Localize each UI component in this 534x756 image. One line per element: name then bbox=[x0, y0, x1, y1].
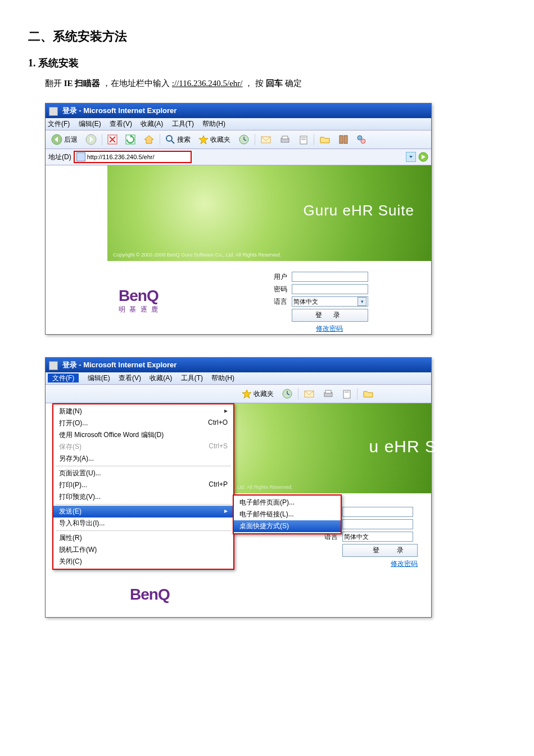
edit-button[interactable] bbox=[296, 133, 311, 146]
toolbar-sep bbox=[357, 388, 357, 399]
banner-copyright: Copyright © 2002-2009 BenQ Guru Software… bbox=[113, 252, 281, 258]
print-button[interactable] bbox=[277, 133, 293, 146]
menu-view[interactable]: 查看(V) bbox=[119, 374, 141, 382]
svg-rect-21 bbox=[325, 390, 331, 393]
menu-fav[interactable]: 收藏(A) bbox=[150, 374, 172, 382]
menu-file[interactable]: 文件(F) bbox=[48, 120, 70, 128]
menu-close[interactable]: 关闭(C) bbox=[53, 556, 233, 568]
back-label: 后退 bbox=[64, 135, 78, 145]
back-button[interactable]: 后退 bbox=[48, 132, 80, 147]
page-icon bbox=[76, 152, 85, 161]
menu-print[interactable]: 打印(P)...Ctrl+P bbox=[53, 479, 233, 491]
menu-fav[interactable]: 收藏(A) bbox=[141, 120, 163, 128]
print-button[interactable] bbox=[320, 387, 337, 400]
instr-mid2: ， 按 bbox=[245, 79, 266, 88]
history-button[interactable] bbox=[236, 132, 252, 147]
menu-properties[interactable]: 属性(R) bbox=[53, 532, 233, 544]
lang-label: 语言 bbox=[265, 297, 287, 307]
menubar[interactable]: 文件(F) 编辑(E) 查看(V) 收藏(A) 工具(T) 帮助(H) bbox=[46, 372, 431, 385]
instr-url-link[interactable]: ://116.236.240.5/ehr/ bbox=[172, 79, 243, 88]
benq-sublogo: 明 基 逐 鹿 bbox=[119, 305, 159, 314]
pass-input[interactable] bbox=[292, 284, 368, 294]
folder-button[interactable] bbox=[360, 387, 377, 400]
menu-file-open[interactable]: 文件(F) bbox=[48, 374, 79, 382]
send-submenu[interactable]: 电子邮件页面(P)... 电子邮件链接(L)... 桌面快捷方式(S) bbox=[233, 494, 342, 534]
menu-tools[interactable]: 工具(T) bbox=[181, 374, 203, 382]
menu-help[interactable]: 帮助(H) bbox=[211, 374, 234, 382]
refresh-button[interactable] bbox=[123, 133, 138, 146]
tool-icon-1[interactable] bbox=[336, 133, 351, 146]
chevron-down-icon: ▾ bbox=[357, 297, 366, 306]
submenu-email-link[interactable]: 电子邮件链接(L)... bbox=[234, 508, 341, 520]
svg-rect-9 bbox=[282, 136, 288, 139]
instr-mid1: ，在地址栏中输入 bbox=[102, 79, 172, 88]
address-label: 地址(D) bbox=[48, 152, 71, 162]
submenu-email-page[interactable]: 电子邮件页面(P)... bbox=[234, 497, 341, 508]
menu-save: 保存(S)Ctrl+S bbox=[53, 441, 233, 453]
login-button[interactable]: 登 录 bbox=[292, 309, 368, 322]
titlebar: 登录 - Microsoft Internet Explorer bbox=[46, 104, 431, 118]
menu-view[interactable]: 查看(V) bbox=[110, 120, 132, 128]
favorites-label: 收藏夹 bbox=[254, 389, 274, 399]
pass-input[interactable] bbox=[342, 519, 413, 529]
menu-help[interactable]: 帮助(H) bbox=[202, 120, 225, 128]
menu-pagesetup[interactable]: 页面设置(U)... bbox=[53, 467, 233, 479]
folder-button[interactable] bbox=[316, 133, 333, 146]
svg-point-15 bbox=[357, 136, 362, 140]
menu-edit[interactable]: 编辑(E) bbox=[79, 120, 101, 128]
svg-rect-10 bbox=[300, 136, 307, 144]
user-input[interactable] bbox=[292, 272, 368, 282]
svg-point-16 bbox=[361, 139, 365, 143]
menu-new[interactable]: 新建(N)▸ bbox=[53, 406, 233, 417]
url-input[interactable]: http://116.236.240.5/ehr/ bbox=[74, 151, 192, 163]
stop-button[interactable] bbox=[105, 133, 120, 146]
search-button[interactable]: 搜索 bbox=[162, 133, 193, 146]
login-button[interactable]: 登 录 bbox=[342, 544, 418, 557]
login-banner: Guru eHR Suite Copyright © 2002-2009 Ben… bbox=[107, 165, 431, 261]
menu-offline[interactable]: 脱机工作(W) bbox=[53, 544, 233, 556]
banner-title: Guru eHR Suite bbox=[303, 202, 414, 219]
menu-impexp[interactable]: 导入和导出(I)... bbox=[53, 518, 233, 529]
mail-button[interactable] bbox=[257, 133, 274, 146]
benq-branding: BenQ bbox=[130, 586, 170, 611]
menu-edit-word[interactable]: 使用 Microsoft Office Word 编辑(D) bbox=[53, 429, 233, 441]
instruction-text: 翻开 IE 扫瞄器 ，在地址栏中输入 ://116.236.240.5/ehr/… bbox=[45, 78, 506, 89]
file-dropdown-menu[interactable]: 新建(N)▸ 打开(O)...Ctrl+O 使用 Microsoft Offic… bbox=[52, 403, 234, 570]
user-input[interactable] bbox=[342, 507, 413, 517]
forward-button[interactable] bbox=[83, 132, 99, 147]
page-content: 新建(N)▸ 打开(O)...Ctrl+O 使用 Microsoft Offic… bbox=[46, 403, 431, 617]
menu-send[interactable]: 发送(E)▸ bbox=[53, 506, 233, 518]
menu-tools[interactable]: 工具(T) bbox=[172, 120, 194, 128]
go-button[interactable] bbox=[418, 152, 428, 162]
tool-icon-2[interactable] bbox=[354, 133, 369, 146]
toolbar-sep bbox=[160, 134, 160, 145]
svg-rect-14 bbox=[344, 136, 347, 143]
menu-open[interactable]: 打开(O)...Ctrl+O bbox=[53, 417, 233, 429]
window-title: 登录 - Microsoft Internet Explorer bbox=[62, 106, 177, 115]
menu-preview[interactable]: 打印预览(V)... bbox=[53, 491, 233, 503]
favorites-button[interactable]: 收藏夹 bbox=[196, 133, 233, 146]
benq-logo: BenQ bbox=[119, 287, 159, 305]
pass-label: 密码 bbox=[265, 285, 287, 294]
menubar[interactable]: 文件(F) 编辑(E) 查看(V) 收藏(A) 工具(T) 帮助(H) bbox=[46, 118, 431, 130]
url-dropdown[interactable] bbox=[406, 152, 416, 162]
search-label: 搜索 bbox=[177, 135, 191, 145]
url-text: http://116.236.240.5/ehr/ bbox=[87, 154, 155, 160]
menu-edit[interactable]: 编辑(E) bbox=[88, 374, 110, 382]
edit-button[interactable] bbox=[339, 387, 355, 400]
lang-value: 简体中文 bbox=[344, 533, 369, 541]
home-button[interactable] bbox=[141, 132, 157, 147]
submenu-desktop-shortcut[interactable]: 桌面快捷方式(S) bbox=[234, 520, 341, 532]
instr-pre: 翻开 bbox=[45, 79, 64, 88]
go-controls bbox=[406, 152, 428, 162]
menu-saveas[interactable]: 另存为(A)... bbox=[53, 453, 233, 465]
favorites-button[interactable]: 收藏夹 bbox=[239, 387, 277, 400]
change-password-link[interactable]: 修改密码 bbox=[391, 560, 418, 568]
instr-enter: 回车 bbox=[266, 79, 283, 88]
lang-select[interactable]: 简体中文 ▾ bbox=[292, 296, 368, 307]
mail-button[interactable] bbox=[301, 387, 318, 400]
lang-select[interactable]: 简体中文 bbox=[342, 532, 413, 542]
change-password-link[interactable]: 修改密码 bbox=[316, 325, 343, 332]
history-button[interactable] bbox=[279, 386, 296, 401]
favorites-label: 收藏夹 bbox=[210, 135, 230, 145]
